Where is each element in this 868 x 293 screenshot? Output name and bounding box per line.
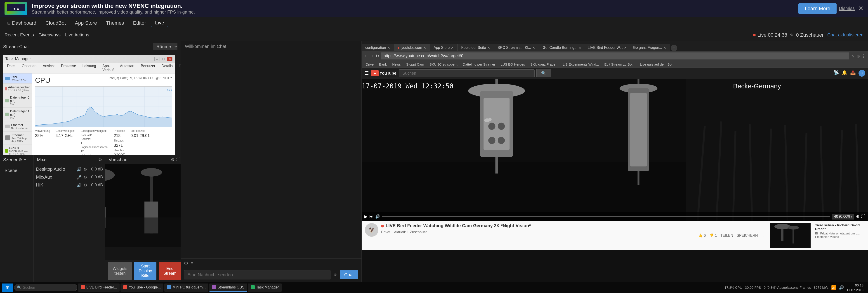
taskbar-item-youtube[interactable]: YouTube - Google... [121, 284, 163, 292]
tab-close-icon-7[interactable]: ✕ [624, 46, 627, 50]
browser-tab-candle[interactable]: Get Candle Burning... ✕ [539, 44, 584, 51]
tab-close-icon-4[interactable]: ✕ [487, 46, 490, 50]
tab-close-icon-5[interactable]: ✕ [532, 46, 535, 50]
taskbar-search[interactable]: 🔍 Suchen [14, 284, 77, 291]
start-button[interactable]: ⊞ [2, 284, 13, 292]
scenes-remove-btn[interactable]: – [28, 157, 30, 162]
bookmark-sku2[interactable]: SKU ganz Fragen [528, 62, 559, 67]
toolbar-live-actions-label[interactable]: Live Actions [65, 32, 89, 37]
tm-menu-datei[interactable]: Datei [4, 63, 19, 73]
tm-sidebar-disk0[interactable]: Datenträger 0 (C:) 0% [3, 94, 32, 108]
scene-item[interactable]: Scene [2, 166, 32, 175]
browser-tab-bird[interactable]: LIVE Bird Feeder W... ✕ [584, 44, 629, 51]
scenes-settings-btn[interactable]: ⚙ [19, 157, 22, 162]
taskbar-item-streamlabs[interactable]: Streamlabs OBS [209, 284, 247, 292]
browser-menu-icon[interactable]: ⋮ [862, 54, 866, 59]
bookmark-dattelmo[interactable]: Dattelmo per Stramer [461, 62, 497, 67]
mic-mute-icon[interactable]: 🎤 [76, 175, 82, 180]
hik-settings-icon[interactable]: ⚙ [84, 183, 87, 188]
youtube-menu-icon[interactable]: ☰ [364, 70, 369, 76]
tm-sidebar-cpu[interactable]: CPU 28% 4.17 GHz [3, 74, 32, 84]
preview-settings-icon[interactable]: ⚙ [171, 157, 175, 162]
mixer-settings-btn[interactable]: ⚙ [98, 157, 102, 162]
tm-menu-leistung[interactable]: Leistung [79, 63, 99, 73]
browser-tab-src[interactable]: SRC Stream zur Kl... ✕ [494, 44, 539, 51]
youtube-user-avatar[interactable]: U [859, 70, 865, 77]
tm-sidebar-gpu[interactable]: GPU 0 NVIDIA GeForce GTX 970 12% [3, 144, 32, 155]
yt-play-button[interactable]: ▶ [364, 214, 368, 219]
bookmark-sku[interactable]: SKU 3C su sopent [428, 62, 459, 67]
yt-save-btn[interactable]: SPEICHERN [737, 234, 758, 238]
yt-settings-btn[interactable]: ⚙ [856, 214, 860, 219]
tab-close-icon-6[interactable]: ✕ [579, 46, 581, 50]
yt-volume-button[interactable]: 🔊 [375, 214, 380, 219]
browser-extensions-icon[interactable]: ⊕ [857, 54, 860, 59]
bookmark-lus[interactable]: LUS BO Herdes [499, 62, 527, 67]
yt-share-btn[interactable]: TEILEN [720, 234, 733, 238]
bookmark-live[interactable]: Live quis auf dem Bo... [638, 62, 676, 67]
chat-emoji-icon[interactable]: ☺ [333, 272, 337, 277]
edit-icon[interactable]: ✎ [790, 33, 794, 37]
tm-menu-optionen[interactable]: Optionen [19, 63, 39, 73]
widget-test-button[interactable]: Widgets testen [108, 262, 132, 280]
tm-menu-details[interactable]: Details [158, 63, 176, 73]
sidebar-item-live[interactable]: Live [151, 19, 168, 27]
browser-tab-kopie[interactable]: Kopie der Seite ✕ [458, 44, 494, 51]
tm-minimize-button[interactable]: – [154, 57, 160, 61]
new-tab-button[interactable]: + [671, 45, 677, 51]
taskbar-item-taskmanager[interactable]: Task Manager [248, 284, 282, 292]
youtube-search-button[interactable]: 🔍 [536, 69, 551, 77]
yt-fullscreen-btn[interactable]: ⛶ [861, 214, 865, 219]
browser-tab-config[interactable]: configuration ✕ [362, 44, 394, 51]
tm-menu-autostart[interactable]: Autostart [117, 63, 138, 73]
sidebar-item-appstore[interactable]: App Store [71, 19, 101, 27]
sidebar-item-editor[interactable]: Editor [129, 19, 149, 27]
tm-sidebar-memory[interactable]: Arbeitsspeicher 7.1/15.9 GB (45%) [3, 84, 32, 94]
yt-notify-icon[interactable]: 🔔 [842, 70, 847, 77]
browser-tab-appstore[interactable]: App Store ✕ [430, 44, 458, 51]
close-notification-icon[interactable]: ✕ [858, 5, 864, 12]
update-chat-link[interactable]: Chat aktualisieren [827, 32, 864, 37]
start-display-button[interactable]: Start Display Bitte [134, 262, 156, 280]
chat-settings-icon[interactable]: ⚙ [184, 260, 188, 266]
scenes-add-btn[interactable]: + [24, 157, 26, 162]
tm-menu-benutzer[interactable]: Benutzer [138, 63, 158, 73]
bookmark-edit[interactable]: Edit Stream zu Bo... [602, 62, 636, 67]
browser-refresh-button[interactable]: ↻ [376, 54, 379, 59]
tab-close-icon-3[interactable]: ✕ [451, 46, 454, 50]
tm-close-button[interactable]: ✕ [167, 57, 173, 61]
audio-icon[interactable]: 🔊 [839, 285, 844, 290]
yt-cast-icon[interactable]: 📡 [833, 70, 839, 77]
yt-dislike-btn[interactable]: 👎 1 [709, 233, 717, 238]
browser-url-input[interactable] [381, 53, 849, 59]
bookmark-stoppt[interactable]: Stoppt Cam [404, 62, 426, 67]
yt-next-button[interactable]: ⏭ [369, 214, 373, 219]
tab-close-icon-8[interactable]: ✕ [663, 46, 666, 50]
preview-fullscreen-icon[interactable]: ⛶ [176, 157, 180, 162]
tm-menu-dienste[interactable]: Dienste [176, 63, 181, 73]
browser-tab-youtube[interactable]: ▶ youtube.com ✕ [394, 44, 430, 51]
bookmark-drive[interactable]: Drive [364, 62, 375, 67]
chat-input[interactable] [184, 270, 331, 280]
end-stream-button[interactable]: End Stream [159, 262, 181, 280]
browser-bookmark-icon[interactable]: ☆ [851, 54, 855, 59]
bookmark-lis[interactable]: LiS Experiments Wind... [561, 62, 601, 67]
yt-more-btn[interactable]: ... [762, 234, 765, 238]
browser-forward-button[interactable]: → [370, 54, 374, 58]
tm-menu-prozesse[interactable]: Prozesse [58, 63, 79, 73]
tab-close-icon[interactable]: ✕ [388, 46, 390, 50]
toolbar-giveaways-label[interactable]: Giveaways [38, 32, 61, 37]
hik-mute-icon[interactable]: 🔊 [76, 183, 82, 188]
tm-maximize-button[interactable]: □ [161, 57, 166, 61]
learn-more-button[interactable]: Learn More [798, 3, 837, 14]
tab-close-icon-2[interactable]: ✕ [423, 46, 426, 50]
sidebar-item-themes[interactable]: Themes [102, 19, 127, 27]
bookmark-bank[interactable]: Bank [377, 62, 389, 67]
sidebar-item-cloudbot[interactable]: CloudBot [42, 19, 70, 27]
youtube-search-input[interactable] [399, 69, 535, 77]
tm-sidebar-eth0[interactable]: Ethernet Nicht verbunden [3, 121, 32, 131]
dismiss-button[interactable]: Dismiss [839, 6, 855, 11]
browser-tab-ganz[interactable]: Go ganz Fragen... ✕ [629, 44, 670, 51]
yt-like-btn[interactable]: 👍 6 [698, 233, 706, 238]
chat-send-button[interactable]: Chat [340, 270, 358, 279]
